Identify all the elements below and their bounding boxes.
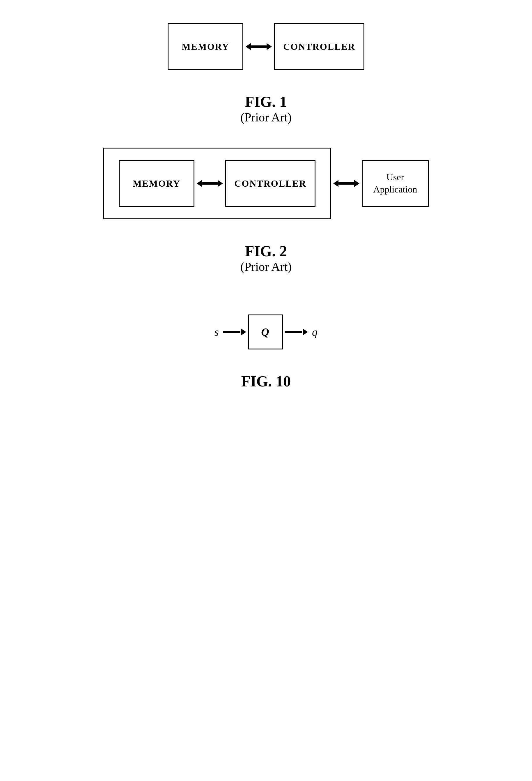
fig10-q-label: q [312,326,317,338]
fig2-memory-label: MEMORY [133,178,180,189]
svg-marker-12 [303,328,308,335]
svg-marker-8 [354,180,359,187]
svg-rect-9 [223,331,240,333]
fig2-user-app-label: User Application [373,171,417,195]
fig1-sublabel: (Prior Art) [240,110,292,124]
svg-rect-11 [284,331,302,333]
svg-rect-1 [251,45,267,48]
svg-marker-0 [246,43,251,50]
fig2-caption: FIG. 2 (Prior Art) [240,243,292,274]
svg-rect-4 [202,182,218,184]
fig10-arrow-s-q [223,327,246,337]
fig2-memory-box: MEMORY [119,160,194,207]
svg-marker-6 [333,180,339,187]
svg-marker-2 [267,43,272,50]
fig2-controller-box: CONTROLLER [225,160,315,207]
fig10-section: s Q q FIG. 10 [17,315,515,390]
fig1-diagram: MEMORY CONTROLLER [168,23,364,70]
fig10-caption: FIG. 10 [241,373,291,390]
svg-rect-7 [339,182,354,184]
svg-marker-10 [241,328,246,335]
svg-marker-3 [197,180,202,187]
fig1-controller-label: CONTROLLER [283,41,355,52]
fig10-s-label: s [215,326,219,338]
fig2-sublabel: (Prior Art) [240,260,292,274]
fig1-caption: FIG. 1 (Prior Art) [240,93,292,124]
fig2-arrow-ctrl-app [333,178,359,189]
fig2-section: MEMORY CONTROLLER [17,148,515,274]
fig10-q-box-label: Q [261,326,269,338]
fig2-user-app-box: User Application [362,160,429,207]
fig1-section: MEMORY CONTROLLER FIG. 1 (Prior Art) [17,23,515,124]
fig10-diagram: s Q q [215,315,317,350]
fig2-arrow-mem-ctrl [197,178,223,189]
fig10-arrow-q-out [284,327,308,337]
svg-marker-5 [218,180,223,187]
fig1-memory-label: MEMORY [182,41,229,52]
fig10-q-box: Q [248,315,283,350]
fig1-controller-box: CONTROLLER [274,23,364,70]
fig1-memory-box: MEMORY [168,23,243,70]
fig10-label: FIG. 10 [241,373,291,390]
fig2-outer-container: MEMORY CONTROLLER [103,148,429,219]
fig2-label: FIG. 2 [245,243,287,260]
fig1-label: FIG. 1 [245,93,287,110]
fig1-bidirectional-arrow [246,41,272,52]
fig2-controller-label: CONTROLLER [234,178,306,189]
fig2-bordered-section: MEMORY CONTROLLER [103,148,331,219]
